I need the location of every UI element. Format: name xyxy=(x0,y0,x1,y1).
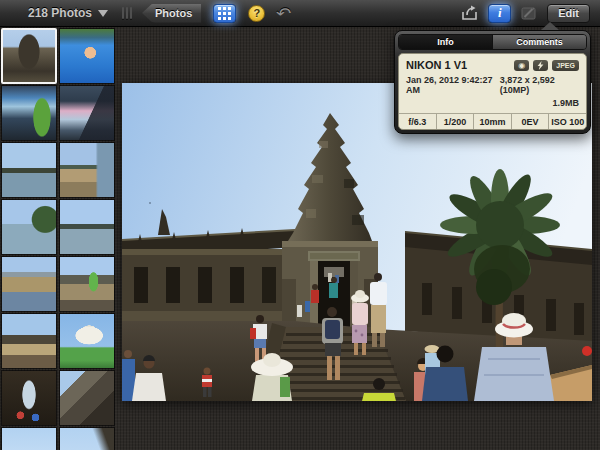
grid-icon xyxy=(218,7,221,10)
thumbnail-lakeside-tree[interactable] xyxy=(2,200,56,254)
question-mark-icon: ? xyxy=(253,7,260,19)
info-icon: i xyxy=(498,5,502,21)
metering-icon: ◉ xyxy=(514,60,529,71)
exposure-stats-row: f/6.3 1/200 10mm 0EV ISO 100 xyxy=(399,113,586,129)
format-badge: JPEG xyxy=(552,60,579,71)
grid-view-button[interactable] xyxy=(213,4,236,23)
info-popover: Info Comments NIKON 1 V1 ◉ JPEG Jan 26, … xyxy=(394,30,591,134)
thumbnail-stone-balustrade[interactable] xyxy=(2,257,56,311)
tab-info[interactable]: Info xyxy=(399,35,492,49)
brushes-icon xyxy=(519,4,539,22)
edit-tools-button[interactable] xyxy=(519,4,539,22)
shutter-speed-value: 1/200 xyxy=(436,114,474,129)
thumbnail-causeway-crowd[interactable] xyxy=(60,257,114,311)
person-red-shirt xyxy=(311,284,319,303)
exposure-bias-value: 0EV xyxy=(511,114,549,129)
thumbnail-sidebar xyxy=(0,27,119,450)
thumbnail-grid xyxy=(0,27,119,450)
popover-arrow-icon xyxy=(541,22,559,30)
photos-back-button[interactable]: Photos xyxy=(142,4,201,23)
photo-count-dropdown[interactable]: 218 Photos xyxy=(28,6,108,20)
top-toolbar: 218 Photos Photos ? ↶ i xyxy=(0,0,600,27)
red-balloon xyxy=(582,346,592,356)
thumbnail-child-in-pool[interactable] xyxy=(60,29,114,83)
photo-count-label: 218 Photos xyxy=(28,6,92,20)
exif-card: NIKON 1 V1 ◉ JPEG Jan 26, 2012 9:42:27 A… xyxy=(398,53,587,130)
tab-comments[interactable]: Comments xyxy=(492,35,586,49)
camera-model: NIKON 1 V1 xyxy=(406,59,467,71)
popover-tab-bar: Info Comments xyxy=(398,34,587,50)
undo-icon[interactable]: ↶ xyxy=(276,4,291,23)
thumbnail-sky-over-ruins[interactable] xyxy=(60,428,114,450)
aperture-value: f/6.3 xyxy=(399,114,436,129)
iso-value: ISO 100 xyxy=(548,114,586,129)
thumbnail-woman-white-hat[interactable] xyxy=(60,314,114,368)
thumbnail-causeway-walk[interactable] xyxy=(60,143,114,197)
file-size: 1.9MB xyxy=(406,98,579,108)
thumbnail-info-kiosk[interactable] xyxy=(2,86,56,140)
thumbnail-moat-panorama[interactable] xyxy=(2,143,56,197)
chevron-down-icon xyxy=(98,10,108,17)
share-icon xyxy=(460,4,480,22)
image-dimensions: 3,872 x 2,592 (10MP) xyxy=(500,75,579,95)
flash-icon xyxy=(533,60,548,71)
edit-button[interactable]: Edit xyxy=(547,4,590,23)
focal-length-value: 10mm xyxy=(473,114,511,129)
thumbnail-causeway-temple[interactable] xyxy=(2,314,56,368)
thumbnail-temple-entrance[interactable] xyxy=(2,29,56,83)
thumbnail-clear-sky[interactable] xyxy=(2,428,56,450)
thumbnail-temple-across-lake[interactable] xyxy=(60,200,114,254)
share-button[interactable] xyxy=(460,4,480,22)
thumbnail-temple-gallery[interactable] xyxy=(60,371,114,425)
thumbnail-gateway-crowd[interactable] xyxy=(2,371,56,425)
toolbar-grip-icon xyxy=(122,7,132,19)
thumbnail-holding-maps[interactable] xyxy=(60,86,114,140)
help-button[interactable]: ? xyxy=(248,5,265,22)
info-button[interactable]: i xyxy=(488,4,511,23)
capture-datetime: Jan 26, 2012 9:42:27 AM xyxy=(406,75,500,95)
